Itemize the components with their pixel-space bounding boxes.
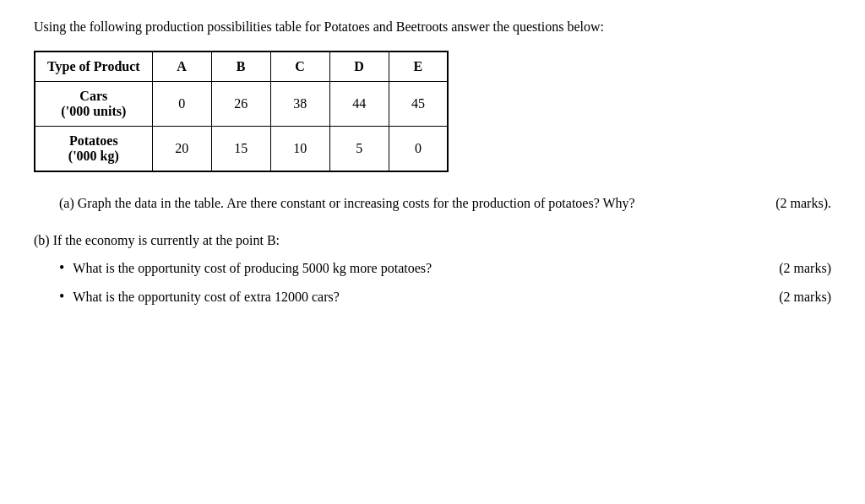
- bullet-item-1: • What is the opportunity cost of produc…: [34, 257, 831, 279]
- bullet-1-content: • What is the opportunity cost of produc…: [59, 257, 432, 279]
- bullet-2-marks: (2 marks): [779, 286, 831, 308]
- potatoes-b: 15: [211, 127, 270, 172]
- question-b-label: (b): [34, 233, 50, 247]
- intro-text: Using the following production possibili…: [34, 17, 831, 37]
- question-a-text: (a) Graph the data in the table. Are the…: [59, 192, 759, 214]
- bullet-dot-1: •: [59, 257, 64, 279]
- question-a-marks: (2 marks).: [775, 192, 831, 214]
- potatoes-d: 5: [329, 127, 389, 172]
- cars-c: 38: [270, 82, 329, 127]
- bullet-2-content: • What is the opportunity cost of extra …: [59, 286, 340, 308]
- table-row-cars: Cars ('000 units) 0 26 38 44 45: [35, 82, 448, 127]
- production-table: Type of Product A B C D E Cars ('000 uni…: [34, 51, 449, 172]
- table-row-potatoes: Potatoes ('000 kg) 20 15 10 5 0: [35, 127, 448, 172]
- question-a-body-text: Graph the data in the table. Are there c…: [78, 196, 635, 210]
- cars-d: 44: [329, 82, 389, 127]
- header-e: E: [389, 51, 448, 82]
- production-table-wrapper: Type of Product A B C D E Cars ('000 uni…: [34, 51, 831, 172]
- row-potatoes-label: Potatoes ('000 kg): [35, 127, 152, 172]
- question-a: (a) Graph the data in the table. Are the…: [34, 192, 831, 214]
- potatoes-e: 0: [389, 127, 448, 172]
- header-type: Type of Product: [35, 51, 152, 82]
- cars-b: 26: [211, 82, 270, 127]
- bullet-item-2: • What is the opportunity cost of extra …: [34, 286, 831, 308]
- cars-a: 0: [152, 82, 211, 127]
- question-b-intro: (b) If the economy is currently at the p…: [34, 230, 831, 252]
- bullet-1-text: What is the opportunity cost of producin…: [73, 257, 432, 279]
- question-a-label: (a): [59, 196, 74, 210]
- row-cars-label: Cars ('000 units): [35, 82, 152, 127]
- potatoes-c: 10: [270, 127, 329, 172]
- question-b: (b) If the economy is currently at the p…: [34, 230, 831, 308]
- header-b: B: [211, 51, 270, 82]
- cars-e: 45: [389, 82, 448, 127]
- questions-section: (a) Graph the data in the table. Are the…: [34, 192, 831, 307]
- header-c: C: [270, 51, 329, 82]
- bullet-1-marks: (2 marks): [779, 257, 831, 279]
- bullet-dot-2: •: [59, 286, 64, 307]
- bullet-2-text: What is the opportunity cost of extra 12…: [73, 286, 339, 308]
- potatoes-a: 20: [152, 127, 211, 172]
- header-a: A: [152, 51, 211, 82]
- header-d: D: [329, 51, 389, 82]
